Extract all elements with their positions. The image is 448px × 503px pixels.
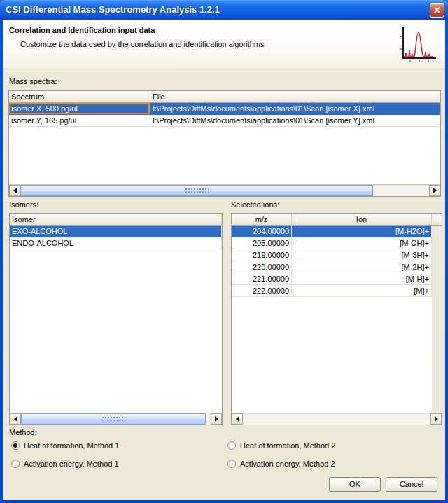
mz-cell[interactable]: 221.00000	[232, 273, 292, 285]
ions-hscrollbar[interactable]	[232, 413, 442, 425]
method-radio-3[interactable]	[227, 460, 236, 468]
spectrum-cell[interactable]: isomer X, 500 pg/ul	[9, 103, 150, 115]
scrollbar-track[interactable]	[21, 413, 211, 425]
radio-option-activation-method-2[interactable]: Activation energy, Method 2	[227, 459, 335, 469]
scroll-left-icon[interactable]	[10, 413, 21, 425]
column-header-ion[interactable]: Ion	[292, 214, 432, 226]
scrollbar-track[interactable]	[20, 185, 429, 196]
list-item[interactable]: EXO-ALCOHOL	[10, 226, 222, 237]
row-filler	[432, 273, 442, 285]
method-label: Method:	[9, 428, 37, 436]
banner-subtitle: Customize the data used by the correlati…	[20, 40, 265, 48]
file-cell[interactable]: I:\Projects\DiffMs\documents\application…	[150, 115, 440, 127]
column-header-filler	[432, 214, 442, 226]
scroll-left-icon[interactable]	[232, 413, 243, 425]
selected-ions-grid: m/z Ion 204.00000 [M-H2O]+ 205.00000 [M-…	[231, 213, 442, 425]
row-filler	[432, 226, 442, 237]
column-header-isomer[interactable]: Isomer	[10, 214, 222, 226]
scrollbar-track[interactable]	[243, 413, 430, 425]
radio-option-heat-method-2[interactable]: Heat of formation, Method 2	[227, 441, 335, 450]
method-radio-2[interactable]	[11, 460, 20, 468]
ok-button[interactable]: OK	[329, 477, 381, 492]
mass-spectra-label: Mass spectra:	[9, 77, 57, 85]
ion-cell[interactable]: [M-H2O]+	[292, 226, 432, 237]
thumb-grip-icon	[102, 416, 125, 422]
isomers-hscrollbar[interactable]	[10, 413, 222, 425]
scroll-right-icon[interactable]	[429, 185, 440, 196]
grid-empty-area	[10, 249, 222, 413]
mass-spectrum-chart-icon	[395, 23, 438, 65]
close-icon[interactable]: ✕	[430, 3, 444, 18]
table-row[interactable]: 221.00000 [M-H]+	[232, 273, 442, 285]
table-row[interactable]: 220.00000 [M-2H]+	[232, 261, 442, 273]
title-bar[interactable]: CSI Differential Mass Spectrometry Analy…	[0, 0, 448, 20]
column-header-file[interactable]: File	[150, 91, 440, 103]
scroll-right-icon[interactable]	[211, 413, 222, 425]
isomers-label: Isomers:	[9, 200, 38, 209]
ion-cell[interactable]: [M-OH]+	[292, 237, 432, 249]
mass-spectra-grid: Spectrum File isomer X, 500 pg/ul I:\Pro…	[8, 90, 441, 197]
method-radio-0[interactable]	[11, 441, 20, 450]
table-row[interactable]: isomer Y, 165 pg/ul I:\Projects\DiffMs\d…	[9, 115, 440, 127]
isomers-header-row: Isomer	[10, 214, 222, 226]
scrollbar-thumb[interactable]	[20, 185, 373, 196]
header-banner: Correlation and Identification input dat…	[3, 20, 445, 69]
mz-cell[interactable]: 220.00000	[232, 261, 292, 273]
mass-spectra-header-row: Spectrum File	[9, 91, 440, 103]
row-filler	[432, 237, 442, 249]
radio-label: Heat of formation, Method 2	[240, 441, 335, 450]
scrollbar-thumb[interactable]	[21, 413, 206, 425]
scroll-left-icon[interactable]	[9, 185, 20, 196]
mz-cell[interactable]: 205.00000	[232, 237, 292, 249]
ion-cell[interactable]: [M-H]+	[292, 273, 432, 285]
table-row[interactable]: 219.00000 [M-3H]+	[232, 249, 442, 261]
table-row[interactable]: isomer X, 500 pg/ul I:\Projects\DiffMs\d…	[9, 103, 440, 115]
row-filler	[432, 285, 442, 297]
mass-spectra-hscrollbar[interactable]	[9, 184, 440, 196]
window-title: CSI Differential Mass Spectrometry Analy…	[6, 0, 220, 20]
radio-label: Activation energy, Method 1	[24, 460, 119, 468]
isomers-grid: Isomer EXO-ALCOHOL ENDO-ALCOHOL	[9, 213, 223, 425]
ions-header-row: m/z Ion	[232, 214, 442, 226]
radio-option-activation-method-1[interactable]: Activation energy, Method 1	[11, 459, 119, 469]
ion-cell[interactable]: [M-2H]+	[292, 261, 432, 273]
mz-cell[interactable]: 219.00000	[232, 249, 292, 261]
radio-label: Activation energy, Method 2	[240, 460, 335, 468]
grid-empty-area	[232, 297, 442, 413]
column-header-spectrum[interactable]: Spectrum	[9, 91, 150, 103]
list-item[interactable]: ENDO-ALCOHOL	[10, 237, 222, 249]
cancel-button[interactable]: Cancel	[386, 477, 438, 492]
isomer-cell[interactable]: ENDO-ALCOHOL	[10, 237, 222, 249]
radio-option-heat-method-1[interactable]: Heat of formation, Method 1	[11, 441, 119, 450]
mz-cell[interactable]: 222.00000	[232, 285, 292, 297]
method-radio-1[interactable]	[227, 441, 236, 450]
file-cell[interactable]: I:\Projects\DiffMs\documents\application…	[150, 103, 440, 115]
selected-ions-label: Selected ions:	[231, 200, 279, 209]
dialog-body: Correlation and Identification input dat…	[3, 20, 445, 500]
ion-cell[interactable]: [M]+	[292, 285, 432, 297]
table-row[interactable]: 205.00000 [M-OH]+	[232, 237, 442, 249]
dialog-window: CSI Differential Mass Spectrometry Analy…	[0, 0, 448, 503]
scroll-right-icon[interactable]	[430, 413, 442, 425]
mz-cell[interactable]: 204.00000	[232, 226, 292, 237]
radio-label: Heat of formation, Method 1	[24, 441, 119, 450]
column-header-mz[interactable]: m/z	[232, 214, 292, 226]
table-row[interactable]: 222.00000 [M]+	[232, 285, 442, 297]
thumb-grip-icon	[185, 188, 209, 193]
banner-title: Correlation and Identification input dat…	[9, 26, 155, 34]
grid-empty-area	[9, 127, 440, 184]
ion-cell[interactable]: [M-3H]+	[292, 249, 432, 261]
row-filler	[432, 261, 442, 273]
table-row[interactable]: 204.00000 [M-H2O]+	[232, 226, 442, 237]
row-filler	[432, 249, 442, 261]
spectrum-cell[interactable]: isomer Y, 165 pg/ul	[9, 115, 150, 127]
isomer-cell[interactable]: EXO-ALCOHOL	[10, 226, 222, 237]
